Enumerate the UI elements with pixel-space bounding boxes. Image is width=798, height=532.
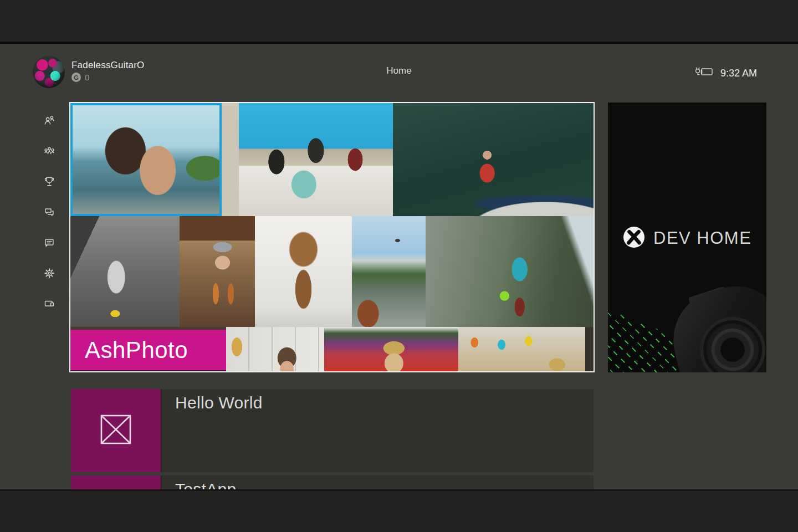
ashphoto-label: AshPhoto xyxy=(70,330,226,370)
friends-icon xyxy=(43,115,55,127)
party-icon xyxy=(43,145,55,157)
sidebar-item-party[interactable] xyxy=(43,145,55,157)
testapp-tile xyxy=(71,475,161,489)
dev-home-logo-row: DEV HOME xyxy=(622,226,751,251)
app-title: Hello World xyxy=(162,389,594,412)
sidebar-item-settings[interactable] xyxy=(43,267,55,279)
achievements-trophy-icon xyxy=(43,176,55,188)
messages-icon xyxy=(43,206,55,218)
photo-group-on-couch xyxy=(222,103,393,216)
clock-time: 9:32 AM xyxy=(720,68,757,79)
dev-home-tile[interactable]: DEV HOME xyxy=(608,103,766,372)
xbox-logo-icon xyxy=(622,226,646,251)
ashphoto-app-tile[interactable]: AshPhoto xyxy=(69,102,595,372)
letterbox-bottom xyxy=(0,491,798,532)
dashboard-content: FadelessGuitarO G 0 Home 9:32 A xyxy=(0,44,798,489)
photo-dog-and-road xyxy=(352,216,426,327)
hello-world-panel: Hello World xyxy=(161,389,594,472)
sidebar-item-achievements[interactable] xyxy=(43,176,55,188)
settings-gear-icon xyxy=(43,267,55,279)
photo-collage: AshPhoto xyxy=(70,103,594,371)
photo-child-yellow-boots xyxy=(70,216,180,327)
photo-viking-hat-person xyxy=(180,216,255,327)
photo-tulip-field-boy xyxy=(324,327,458,371)
app-title: TestApp xyxy=(162,475,594,489)
sidebar-item-messages[interactable] xyxy=(43,206,55,218)
page-title: Home xyxy=(0,65,798,76)
photo-market-straw-hat xyxy=(458,327,594,371)
app-row-testapp[interactable]: TestApp xyxy=(71,475,594,489)
testapp-panel: TestApp xyxy=(161,475,594,489)
activity-feed-icon xyxy=(43,237,55,249)
controller-image xyxy=(661,284,766,372)
battery-plugged-icon xyxy=(694,66,714,80)
display-tv-icon xyxy=(43,298,55,310)
photo-woman-porch-hat xyxy=(226,327,324,371)
photo-lion-mane-dog xyxy=(255,216,352,327)
hello-world-tile xyxy=(71,389,161,472)
sidebar-item-friends[interactable] xyxy=(43,115,55,127)
letterbox-top xyxy=(0,0,798,42)
dev-home-label: DEV HOME xyxy=(653,228,751,248)
sidebar xyxy=(43,115,55,328)
clock: 9:32 AM xyxy=(694,66,757,80)
app-row-hello-world[interactable]: Hello World xyxy=(71,389,594,472)
photo-couple-selfie-focused xyxy=(70,103,222,216)
sidebar-item-activity-feed[interactable] xyxy=(43,237,55,249)
photo-boy-with-frisbee xyxy=(426,216,594,327)
sidebar-item-display[interactable] xyxy=(43,298,55,310)
xbox-home-screen: FadelessGuitarO G 0 Home 9:32 A xyxy=(0,0,798,532)
photo-boy-on-boat xyxy=(393,103,594,216)
placeholder-x-square-icon xyxy=(100,415,131,447)
